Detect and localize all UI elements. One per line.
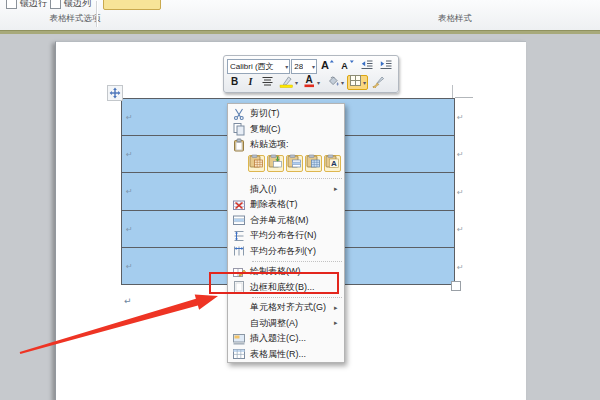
merge-cells-icon — [228, 213, 250, 227]
chevron-down-icon[interactable]: ▾ — [284, 63, 288, 70]
end-of-cell-mark: ↵ — [126, 263, 133, 271]
font-color-button[interactable]: A▾ — [301, 75, 322, 90]
menu-item-label: 单元格对齐方式(G) — [250, 301, 334, 314]
menu-item-copy[interactable]: 复制(C) — [228, 122, 344, 138]
format-painter-button[interactable] — [369, 75, 387, 90]
menu-item-label: 表格属性(R)... — [250, 348, 334, 361]
decrease-indent-button[interactable] — [358, 59, 376, 74]
chevron-down-icon[interactable]: ▾ — [295, 79, 298, 86]
table-resize-handle[interactable] — [451, 281, 461, 291]
scissors-icon — [228, 107, 250, 121]
grow-font-button[interactable]: A — [318, 59, 337, 74]
end-of-cell-mark: ↵ — [126, 188, 133, 196]
bold-icon: B — [231, 77, 238, 87]
menu-item-insert-caption[interactable]: 插入题注(C)... — [228, 331, 344, 347]
menu-item-distribute-rows[interactable]: 平均分布各行(N) — [228, 228, 344, 244]
chevron-down-icon[interactable]: ▾ — [341, 79, 344, 86]
distribute-rows-icon — [228, 229, 250, 243]
increase-indent-button[interactable] — [377, 59, 395, 74]
svg-text:A: A — [321, 59, 329, 71]
shading-button[interactable]: ▾ — [323, 75, 346, 90]
paste-merge-table-button[interactable] — [267, 155, 284, 172]
menu-item-merge-cells[interactable]: 合并单元格(M) — [228, 213, 344, 229]
borders-button[interactable]: ▾ — [347, 75, 368, 90]
paste-overwrite-cells-button[interactable] — [286, 155, 303, 172]
paste-nest-table-button[interactable] — [305, 155, 322, 172]
menu-item-label: 粘贴选项: — [250, 138, 334, 151]
menu-item-paste-options: 粘贴选项: — [228, 137, 344, 153]
paste-keep-source-button[interactable] — [248, 155, 265, 172]
end-of-row-mark: ↵ — [457, 226, 464, 234]
group-separator — [96, 1, 97, 27]
column-guide-line — [452, 85, 453, 98]
menu-item-cut[interactable]: 剪切(T) — [228, 106, 344, 122]
copy-icon — [228, 122, 250, 136]
end-of-cell-mark: ↵ — [126, 114, 133, 122]
menu-item-distribute-columns[interactable]: 平均分布各列(Y) — [228, 244, 344, 260]
border-grid-icon — [349, 74, 362, 90]
chevron-down-icon[interactable]: ▾ — [317, 79, 320, 86]
menu-item-insert[interactable]: 插入(I)▸ — [228, 182, 344, 198]
caption-icon — [228, 332, 250, 346]
menu-item-table-properties[interactable]: 表格属性(R)... — [228, 347, 344, 363]
submenu-arrow-icon: ▸ — [334, 319, 344, 327]
ribbon: 镶边行 镶边列 表格样式选项 表格样式 — [0, 0, 600, 31]
menu-item-label: 平均分布各行(N) — [250, 229, 334, 242]
paste-nest-table-icon — [306, 154, 321, 172]
font-color-icon: A — [303, 74, 316, 91]
end-of-row-mark: ↵ — [457, 151, 464, 159]
italic-icon: I — [249, 77, 253, 87]
menu-item-label: 平均分布各列(Y) — [250, 245, 334, 258]
svg-text:A: A — [341, 61, 348, 71]
banded-columns-checkbox[interactable]: 镶边列 — [50, 0, 91, 10]
submenu-arrow-icon: ▸ — [334, 304, 344, 312]
banded-rows-checkbox[interactable]: 镶边行 — [6, 0, 47, 10]
submenu-arrow-icon: ▸ — [334, 185, 344, 193]
font-name-combo[interactable]: Calibri (西文 ▾ — [227, 59, 290, 74]
font-size-value: 28 — [294, 62, 303, 71]
highlight-color-button[interactable]: ▾ — [277, 75, 300, 90]
svg-text:A: A — [305, 74, 312, 85]
menu-separator — [252, 178, 342, 180]
format-painter-icon — [371, 74, 385, 91]
paste-merge-table-icon — [268, 154, 283, 172]
paste-text-only-icon: A — [325, 154, 340, 172]
center-align-button[interactable] — [259, 75, 276, 90]
menu-separator — [252, 261, 342, 263]
font-size-combo[interactable]: 28 ▾ — [291, 59, 317, 74]
paste-overwrite-cells-icon — [287, 154, 302, 172]
menu-item-autofit[interactable]: 自动调整(A)▸ — [228, 316, 344, 332]
checkbox-icon — [50, 0, 61, 9]
table-move-handle[interactable] — [107, 85, 123, 101]
mini-toolbar: Calibri (西文 ▾ 28 ▾ AA BI▾A▾▾▾ — [223, 55, 399, 93]
checkbox-icon — [6, 0, 17, 9]
banded-rows-label: 镶边行 — [20, 0, 47, 10]
table-style-thumbnail[interactable] — [103, 0, 161, 10]
chevron-down-icon[interactable]: ▾ — [311, 63, 315, 70]
end-of-row-mark: ↵ — [457, 189, 464, 197]
column-guide-tick — [455, 97, 473, 98]
highlight-icon — [279, 74, 294, 91]
paste-options-row: A — [228, 153, 344, 177]
bold-button[interactable]: B — [227, 75, 242, 90]
menu-item-cell-alignment[interactable]: 单元格对齐方式(G)▸ — [228, 300, 344, 316]
word-application-window: 镶边行 镶边列 表格样式选项 表格样式 ↵↵↵↵↵ ↵ ↵↵↵↵↵ Calibr… — [0, 0, 600, 400]
group-table-style-options-label: 表格样式选项 — [20, 13, 130, 25]
grow-font-icon: A — [320, 58, 335, 74]
table-properties-icon — [228, 347, 250, 361]
distribute-columns-icon — [228, 244, 250, 258]
decrease-indent-icon — [360, 59, 374, 74]
menu-separator — [252, 297, 342, 299]
mini-toolbar-row-1: Calibri (西文 ▾ 28 ▾ AA — [227, 58, 395, 74]
end-of-row-mark: ↵ — [457, 264, 464, 272]
end-of-cell-mark: ↵ — [126, 226, 133, 234]
menu-item-label: 插入题注(C)... — [250, 332, 334, 345]
italic-button[interactable]: I — [243, 75, 258, 90]
center-align-icon — [261, 75, 274, 90]
end-of-cell-mark: ↵ — [126, 151, 133, 159]
menu-item-label: 剪切(T) — [250, 107, 334, 120]
menu-item-delete-table[interactable]: 删除表格(T) — [228, 197, 344, 213]
chevron-down-icon[interactable]: ▾ — [363, 79, 366, 86]
paste-text-only-button[interactable]: A — [324, 155, 341, 172]
shrink-font-button[interactable]: A — [338, 59, 357, 74]
